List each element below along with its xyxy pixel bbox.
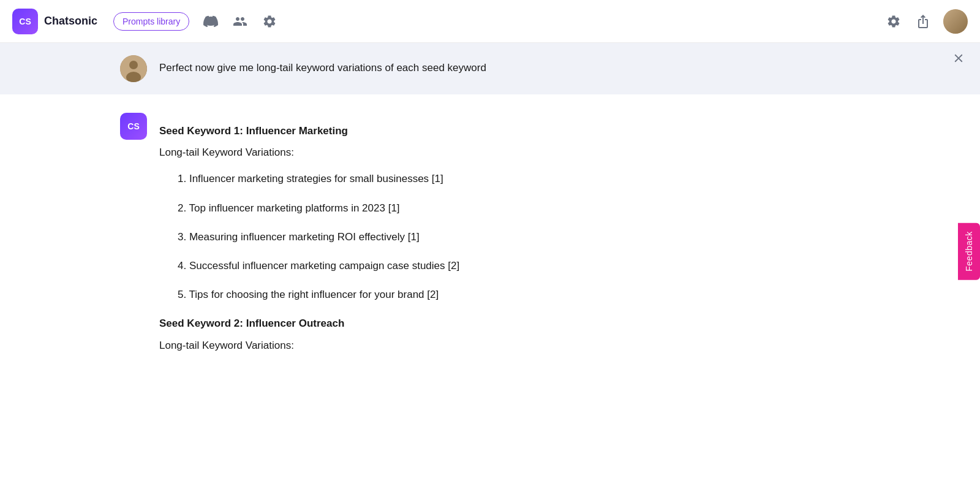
settings-icon[interactable] <box>260 12 279 31</box>
settings-gear-icon[interactable] <box>884 12 903 31</box>
section-1-title: Seed Keyword 1: Influencer Marketing <box>159 123 459 139</box>
section-2-title: Seed Keyword 2: Influencer Outreach <box>159 315 459 332</box>
list-item: 2. Top influencer marketing platforms in… <box>178 200 459 216</box>
svg-point-1 <box>129 61 138 69</box>
logo-area: CS Chatsonic Prompts library <box>12 9 189 34</box>
prompts-library-button[interactable]: Prompts library <box>113 12 189 31</box>
header-right <box>884 9 968 34</box>
app-header: CS Chatsonic Prompts library <box>0 0 980 43</box>
logo-icon: CS <box>12 9 38 34</box>
section-1-subtitle: Long-tail Keyword Variations: <box>159 144 459 161</box>
close-area <box>949 49 968 67</box>
community-icon[interactable] <box>231 12 249 31</box>
share-icon[interactable] <box>914 12 932 31</box>
list-item: 5. Tips for choosing the right influence… <box>178 286 459 303</box>
main-content: Perfect now give me long-tail keyword va… <box>0 43 980 502</box>
list-item: 1. Influencer marketing strategies for s… <box>178 170 459 187</box>
bot-message-content: Seed Keyword 1: Influencer Marketing Lon… <box>159 113 459 363</box>
user-avatar-small <box>120 55 147 82</box>
user-avatar[interactable] <box>943 9 968 34</box>
list-item: 4. Successful influencer marketing campa… <box>178 257 459 274</box>
bot-message: CS Seed Keyword 1: Influencer Marketing … <box>0 94 980 376</box>
avatar-image <box>943 9 968 34</box>
header-nav-icons <box>202 12 279 31</box>
keyword-section-2: Seed Keyword 2: Influencer Outreach Long… <box>159 315 459 353</box>
bot-avatar: CS <box>120 113 147 140</box>
discord-icon[interactable] <box>202 12 220 31</box>
list-item: 3. Measuring influencer marketing ROI ef… <box>178 229 459 245</box>
close-button[interactable] <box>949 49 968 67</box>
user-message-text: Perfect now give me long-tail keyword va… <box>159 55 486 76</box>
user-message: Perfect now give me long-tail keyword va… <box>0 43 980 94</box>
app-name: Chatsonic <box>44 15 97 28</box>
keyword-list-1: 1. Influencer marketing strategies for s… <box>159 170 459 303</box>
section-2-subtitle: Long-tail Keyword Variations: <box>159 337 459 354</box>
keyword-section-1: Seed Keyword 1: Influencer Marketing Lon… <box>159 123 459 303</box>
feedback-tab[interactable]: Feedback <box>958 222 980 280</box>
feedback-label[interactable]: Feedback <box>958 222 980 280</box>
